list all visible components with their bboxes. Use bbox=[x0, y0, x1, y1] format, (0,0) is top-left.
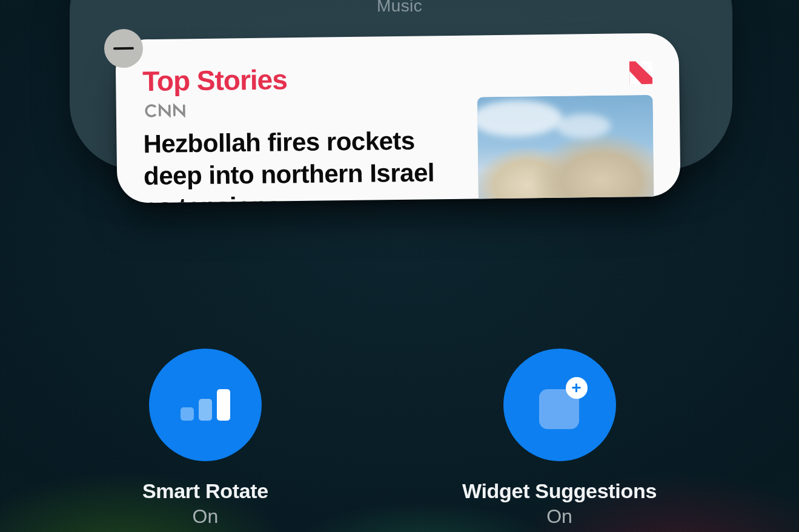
article-thumbnail bbox=[477, 95, 654, 203]
article-headline: Hezbollah fires rockets deep into northe… bbox=[143, 125, 460, 203]
widget-header: Top Stories bbox=[142, 59, 655, 97]
apple-news-icon bbox=[627, 59, 655, 87]
widget-suggestions-label: Widget Suggestions bbox=[462, 479, 657, 503]
signal-bars-icon bbox=[181, 389, 230, 421]
widget-section-title: Top Stories bbox=[142, 63, 287, 97]
minus-icon bbox=[113, 47, 134, 50]
smart-rotate-toggle[interactable]: Smart Rotate On bbox=[142, 349, 268, 528]
smart-rotate-label: Smart Rotate bbox=[142, 479, 268, 503]
article-source bbox=[143, 97, 459, 125]
article-text: Hezbollah fires rockets deep into northe… bbox=[143, 97, 460, 203]
smart-rotate-state: On bbox=[193, 505, 219, 528]
widget-suggestions-state: On bbox=[546, 505, 572, 528]
news-widget-card[interactable]: Top Stories bbox=[115, 33, 680, 203]
widget-suggestions-toggle[interactable]: + Widget Suggestions On bbox=[462, 349, 657, 528]
article-row: Hezbollah fires rockets deep into northe… bbox=[143, 95, 654, 203]
widget-plus-icon: + bbox=[533, 378, 586, 432]
